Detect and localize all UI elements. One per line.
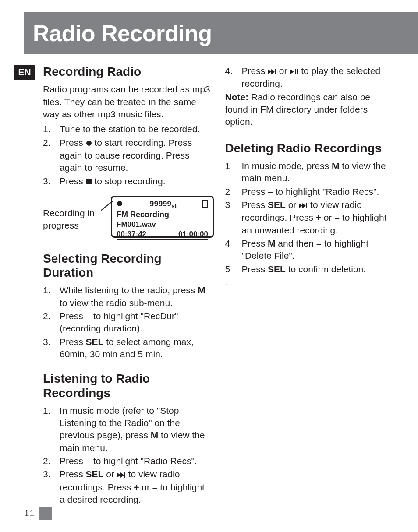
intro-paragraph: Radio programs can be recorded as mp3 fi… bbox=[43, 83, 212, 120]
page-title: Radio Recording bbox=[33, 20, 212, 46]
svg-rect-10 bbox=[275, 69, 276, 74]
device-screen: 99999st FM Recording FM001.wav 00:37:42 … bbox=[111, 196, 214, 238]
step-number: 3. bbox=[43, 175, 60, 188]
svg-rect-1 bbox=[86, 179, 92, 184]
svg-rect-16 bbox=[306, 203, 307, 208]
step-text: Tune to the station to be recorded. bbox=[60, 123, 212, 135]
fast-forward-icon bbox=[117, 469, 126, 481]
fast-forward-icon bbox=[268, 65, 276, 78]
page-header-banner: Radio Recording bbox=[24, 12, 418, 54]
page-number-area: 11 bbox=[24, 507, 52, 520]
record-indicator-icon bbox=[117, 201, 124, 208]
svg-rect-13 bbox=[297, 69, 298, 74]
note-label: Note: bbox=[225, 92, 249, 102]
listening-steps-continued: 4. Press or to play the selected recordi… bbox=[225, 65, 394, 90]
list-item: 1. Tune to the station to be recorded. bbox=[43, 123, 212, 135]
heading-recording-radio: Recording Radio bbox=[43, 65, 212, 79]
svg-point-0 bbox=[86, 141, 92, 146]
listening-steps: 1. In music mode (refer to "Stop Listeni… bbox=[43, 405, 212, 506]
left-column: Recording Radio Radio programs can be re… bbox=[43, 65, 212, 507]
figure-caption: Recording in progress bbox=[43, 207, 95, 232]
heading-selecting-duration: Selecting Recording Duration bbox=[43, 252, 212, 280]
step-number: 2. bbox=[43, 137, 60, 174]
screen-mode-label: FM Recording bbox=[117, 210, 208, 219]
svg-marker-5 bbox=[117, 472, 120, 478]
station-number: 99999st bbox=[150, 200, 177, 209]
svg-marker-8 bbox=[268, 69, 271, 74]
list-item: 3. Press SEL to select among max, 60min,… bbox=[43, 336, 212, 361]
note-paragraph: Note: Radio recordings can also be found… bbox=[225, 91, 394, 128]
step-text: Press to start recording. Press again to… bbox=[60, 137, 212, 174]
list-item: 1 In music mode, press M to view the mai… bbox=[225, 160, 394, 185]
svg-point-2 bbox=[117, 201, 122, 206]
svg-marker-15 bbox=[302, 203, 306, 208]
svg-rect-4 bbox=[203, 201, 207, 207]
page-marker-square-icon bbox=[39, 507, 52, 520]
screen-time-row: 00:37:42 01:00:00 bbox=[117, 230, 208, 240]
total-duration: 01:00:00 bbox=[178, 230, 208, 239]
step-text: Press to stop recording. bbox=[60, 175, 212, 188]
list-item: 1. While listening to the radio, press M… bbox=[43, 284, 212, 309]
battery-icon bbox=[202, 200, 208, 209]
svg-rect-12 bbox=[295, 69, 296, 74]
svg-marker-14 bbox=[299, 203, 302, 208]
trailing-dot: . bbox=[225, 276, 394, 289]
list-item: 4. Press or to play the selected recordi… bbox=[225, 65, 394, 90]
stop-icon bbox=[86, 176, 92, 188]
list-item: 3. Press SEL or to view radio recordings… bbox=[43, 468, 212, 506]
svg-marker-11 bbox=[290, 69, 294, 74]
svg-rect-7 bbox=[124, 472, 125, 478]
page-number: 11 bbox=[24, 508, 34, 518]
play-pause-icon bbox=[290, 65, 298, 78]
heading-listening-recordings: Listening to Radio Recordings bbox=[43, 372, 212, 400]
screen-filename: FM001.wav bbox=[117, 220, 208, 229]
list-item: 3. Press to stop recording. bbox=[43, 175, 212, 188]
device-screen-figure: Recording in progress 99999st bbox=[43, 196, 212, 244]
content-columns: Recording Radio Radio programs can be re… bbox=[43, 65, 394, 507]
list-item: 2 Press – to highlight "Radio Recs". bbox=[225, 186, 394, 198]
list-item: 3 Press SEL or to view radio recordings.… bbox=[225, 199, 394, 236]
screen-status-row: 99999st bbox=[117, 200, 208, 209]
right-column: 4. Press or to play the selected recordi… bbox=[225, 65, 394, 507]
list-item: 1. In music mode (refer to "Stop Listeni… bbox=[43, 405, 212, 454]
duration-steps: 1. While listening to the radio, press M… bbox=[43, 284, 212, 360]
list-item: 4 Press M and then – to highlight "Delet… bbox=[225, 237, 394, 262]
list-item: 2. Press – to highlight "Radio Recs". bbox=[43, 455, 212, 467]
list-item: 5 Press SEL to confirm deletion. bbox=[225, 263, 394, 275]
heading-deleting-recordings: Deleting Radio Recordings bbox=[225, 141, 394, 155]
elapsed-time: 00:37:42 bbox=[117, 230, 146, 239]
list-item: 2. Press – to highlight "RecDur" (record… bbox=[43, 310, 212, 335]
step-number: 1. bbox=[43, 123, 60, 135]
svg-marker-6 bbox=[120, 472, 124, 478]
deleting-steps: 1 In music mode, press M to view the mai… bbox=[225, 160, 394, 275]
record-icon bbox=[86, 137, 92, 149]
svg-marker-9 bbox=[271, 69, 275, 74]
fast-forward-icon bbox=[299, 199, 308, 211]
list-item: 2. Press to start recording. Press again… bbox=[43, 137, 212, 174]
recording-steps: 1. Tune to the station to be recorded. 2… bbox=[43, 123, 212, 188]
language-badge: EN bbox=[14, 65, 35, 80]
